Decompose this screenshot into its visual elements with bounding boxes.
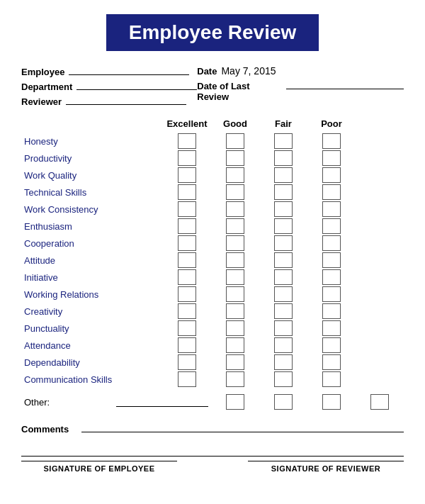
other-excellent-checkbox[interactable] bbox=[226, 394, 244, 410]
row-label: Cooperation bbox=[21, 238, 163, 249]
working-relations-poor-cell bbox=[307, 286, 356, 302]
cooperation-fair-checkbox[interactable] bbox=[274, 235, 293, 251]
other-good-checkbox[interactable] bbox=[274, 394, 293, 410]
work-quality-excellent-checkbox[interactable] bbox=[178, 167, 196, 183]
table-row: Initiative bbox=[21, 269, 404, 285]
reviewer-input[interactable] bbox=[66, 95, 186, 105]
other-fair-checkbox[interactable] bbox=[322, 394, 341, 410]
honesty-fair-cell bbox=[259, 133, 307, 149]
work-quality-good-checkbox[interactable] bbox=[226, 167, 244, 183]
other-good-cell bbox=[259, 394, 307, 410]
enthusiasm-fair-cell bbox=[259, 218, 307, 234]
attitude-fair-checkbox[interactable] bbox=[274, 252, 293, 268]
enthusiasm-excellent-checkbox[interactable] bbox=[178, 218, 196, 234]
honesty-fair-checkbox[interactable] bbox=[274, 133, 293, 149]
creativity-excellent-checkbox[interactable] bbox=[178, 303, 196, 319]
working-relations-excellent-checkbox[interactable] bbox=[178, 286, 196, 302]
productivity-excellent-checkbox[interactable] bbox=[178, 150, 196, 166]
honesty-good-checkbox[interactable] bbox=[226, 133, 244, 149]
attitude-poor-cell bbox=[307, 252, 356, 268]
communication-skills-poor-checkbox[interactable] bbox=[322, 371, 341, 387]
attendance-fair-checkbox[interactable] bbox=[274, 337, 293, 353]
other-fair-cell bbox=[307, 394, 356, 410]
honesty-excellent-checkbox[interactable] bbox=[178, 133, 196, 149]
communication-skills-fair-checkbox[interactable] bbox=[274, 371, 293, 387]
dependability-poor-checkbox[interactable] bbox=[322, 354, 341, 370]
dependability-good-checkbox[interactable] bbox=[226, 354, 244, 370]
last-review-label: Date of Last Review bbox=[197, 81, 282, 102]
employee-label: Employee bbox=[21, 67, 64, 77]
other-input[interactable] bbox=[116, 397, 208, 407]
other-excellent-cell bbox=[211, 394, 259, 410]
row-label: Working Relations bbox=[21, 289, 163, 300]
work-consistency-poor-cell bbox=[307, 201, 356, 217]
working-relations-excellent-cell bbox=[163, 286, 211, 302]
working-relations-poor-checkbox[interactable] bbox=[322, 286, 341, 302]
technical-skills-fair-checkbox[interactable] bbox=[274, 184, 293, 200]
technical-skills-good-checkbox[interactable] bbox=[226, 184, 244, 200]
attendance-excellent-checkbox[interactable] bbox=[178, 337, 196, 353]
attitude-fair-cell bbox=[259, 252, 307, 268]
enthusiasm-good-checkbox[interactable] bbox=[226, 218, 244, 234]
work-consistency-excellent-checkbox[interactable] bbox=[178, 201, 196, 217]
communication-skills-excellent-cell bbox=[163, 371, 211, 387]
col-good: Good bbox=[211, 118, 259, 129]
creativity-poor-checkbox[interactable] bbox=[322, 303, 341, 319]
enthusiasm-fair-checkbox[interactable] bbox=[274, 218, 293, 234]
enthusiasm-poor-checkbox[interactable] bbox=[322, 218, 341, 234]
creativity-excellent-cell bbox=[163, 303, 211, 319]
punctuality-good-cell bbox=[211, 320, 259, 336]
work-consistency-fair-checkbox[interactable] bbox=[274, 201, 293, 217]
technical-skills-excellent-checkbox[interactable] bbox=[178, 184, 196, 200]
initiative-poor-checkbox[interactable] bbox=[322, 269, 341, 285]
working-relations-fair-checkbox[interactable] bbox=[274, 286, 293, 302]
creativity-good-checkbox[interactable] bbox=[226, 303, 244, 319]
cooperation-fair-cell bbox=[259, 235, 307, 251]
col-poor: Poor bbox=[307, 118, 356, 129]
attendance-poor-checkbox[interactable] bbox=[322, 337, 341, 353]
punctuality-fair-checkbox[interactable] bbox=[274, 320, 293, 336]
employee-field: Employee bbox=[21, 65, 197, 77]
employee-input[interactable] bbox=[69, 65, 189, 75]
productivity-poor-checkbox[interactable] bbox=[322, 150, 341, 166]
department-input[interactable] bbox=[76, 80, 197, 90]
attitude-good-checkbox[interactable] bbox=[226, 252, 244, 268]
punctuality-excellent-checkbox[interactable] bbox=[178, 320, 196, 336]
work-quality-fair-checkbox[interactable] bbox=[274, 167, 293, 183]
technical-skills-poor-checkbox[interactable] bbox=[322, 184, 341, 200]
initiative-excellent-checkbox[interactable] bbox=[178, 269, 196, 285]
work-consistency-good-checkbox[interactable] bbox=[226, 201, 244, 217]
productivity-fair-checkbox[interactable] bbox=[274, 150, 293, 166]
initiative-fair-checkbox[interactable] bbox=[274, 269, 293, 285]
row-label: Dependability bbox=[21, 357, 163, 368]
other-poor-checkbox[interactable] bbox=[370, 394, 389, 410]
last-review-input[interactable] bbox=[286, 79, 404, 89]
attitude-excellent-checkbox[interactable] bbox=[178, 252, 196, 268]
communication-skills-excellent-checkbox[interactable] bbox=[178, 371, 196, 387]
communication-skills-fair-cell bbox=[259, 371, 307, 387]
communication-skills-good-checkbox[interactable] bbox=[226, 371, 244, 387]
reviewer-label: Reviewer bbox=[21, 96, 62, 107]
dependability-excellent-checkbox[interactable] bbox=[178, 354, 196, 370]
last-review-field: Date of Last Review bbox=[197, 79, 404, 102]
working-relations-good-checkbox[interactable] bbox=[226, 286, 244, 302]
productivity-good-checkbox[interactable] bbox=[226, 150, 244, 166]
punctuality-poor-cell bbox=[307, 320, 356, 336]
col-excellent: Excellent bbox=[163, 118, 211, 129]
cooperation-poor-checkbox[interactable] bbox=[322, 235, 341, 251]
dependability-fair-checkbox[interactable] bbox=[274, 354, 293, 370]
cooperation-good-checkbox[interactable] bbox=[226, 235, 244, 251]
dependability-good-cell bbox=[211, 354, 259, 370]
comments-input[interactable] bbox=[81, 422, 404, 432]
creativity-fair-checkbox[interactable] bbox=[274, 303, 293, 319]
attitude-poor-checkbox[interactable] bbox=[322, 252, 341, 268]
initiative-good-checkbox[interactable] bbox=[226, 269, 244, 285]
work-quality-poor-checkbox[interactable] bbox=[322, 167, 341, 183]
attendance-good-checkbox[interactable] bbox=[226, 337, 244, 353]
punctuality-good-checkbox[interactable] bbox=[226, 320, 244, 336]
work-consistency-poor-checkbox[interactable] bbox=[322, 201, 341, 217]
row-label: Work Quality bbox=[21, 170, 163, 181]
honesty-poor-checkbox[interactable] bbox=[322, 133, 341, 149]
punctuality-poor-checkbox[interactable] bbox=[322, 320, 341, 336]
cooperation-excellent-checkbox[interactable] bbox=[178, 235, 196, 251]
